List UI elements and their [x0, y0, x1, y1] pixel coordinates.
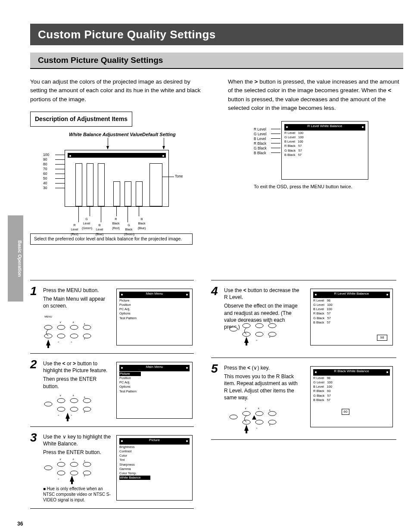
svg-point-14: [44, 402, 52, 406]
svg-text:∨: ∨: [59, 458, 61, 460]
svg-text:∧: ∧: [72, 394, 74, 397]
intro-right-caption: To exit the OSD, press the MENU button t…: [254, 183, 352, 190]
graph-frame: [65, 150, 169, 207]
svg-point-44: [255, 332, 263, 336]
svg-text:∧: ∧: [258, 319, 259, 322]
svg-text:<: <: [58, 478, 59, 480]
intro-right-screen: R Level White Balance R Level 100 G Leve…: [281, 121, 368, 180]
value-box: 60: [342, 409, 349, 415]
svg-point-19: [83, 398, 91, 403]
page-title-grey: Custom Picture Quality Settings: [30, 53, 403, 68]
step-3-sub: Press the ENTER button.: [43, 449, 112, 456]
step-2-screen: Main Menu Picture Position PC Adj. Optio…: [116, 362, 193, 419]
svg-point-55: [255, 411, 263, 416]
svg-point-41: [243, 324, 250, 328]
intro-left: You can adjust the colors of the project…: [30, 78, 206, 252]
svg-point-43: [255, 324, 263, 328]
step-2-sub: Then press the ENTER button.: [43, 376, 112, 389]
graph-caption: Select the preferred color level and bla…: [30, 233, 193, 245]
graph-y-ticks: 100 90 80 70 60 50 40 30: [43, 152, 49, 190]
lbl-r-black: R Black (Red): [111, 217, 121, 231]
remote-5: ∨∧ > ∧∨: [228, 405, 280, 432]
svg-point-53: [243, 411, 250, 416]
svg-text:∨: ∨: [269, 423, 271, 426]
step-4-screen: R Level White Balance R Level 98 G Level…: [310, 289, 393, 345]
svg-text:>: >: [71, 341, 72, 343]
svg-point-57: [268, 411, 276, 416]
remote-1: ∨ ∧ ∧ ∨ < > MENU: [43, 319, 95, 345]
step-5-num: 5: [211, 362, 218, 375]
lbl-b-black: B Black (Blue): [137, 217, 146, 231]
intro: You can adjust the colors of the project…: [30, 78, 403, 252]
svg-point-3: [57, 334, 65, 338]
adjustment-items-box: Description of Adjustment Items: [30, 112, 132, 127]
svg-point-0: [44, 325, 52, 330]
svg-point-27: [44, 466, 52, 470]
step-5-screen: R Black White Balance R Level 98 G Level…: [310, 366, 393, 427]
svg-point-40: [230, 327, 237, 331]
svg-point-31: [70, 471, 78, 475]
step-3: 3 Use the ∨ key to highlight the White B…: [30, 431, 194, 504]
remote-icon: ∨ ∧ ∧ ∨ < >: [43, 319, 95, 346]
remote-3: ∨∧ <> ∧∨: [43, 456, 95, 482]
step-3-screen: Picture Brightness Contrast Color Tint S…: [116, 435, 193, 501]
svg-point-56: [255, 420, 263, 424]
step-2: 2 Use the < or > button to highlight the…: [30, 358, 194, 422]
svg-text:∨: ∨: [59, 321, 61, 324]
svg-text:∨: ∨: [84, 474, 85, 477]
svg-point-32: [83, 462, 91, 467]
svg-text:<: <: [58, 414, 59, 417]
graph-tone-label: Tone: [175, 174, 183, 179]
svg-text:∨: ∨: [84, 337, 85, 340]
svg-text:>: >: [256, 427, 258, 429]
svg-text:∧: ∧: [72, 458, 74, 460]
step-3-text: Use the ∨ key to highlight the White Bal…: [43, 433, 112, 447]
svg-text:∧: ∧: [84, 323, 85, 325]
svg-point-6: [83, 325, 91, 330]
svg-point-30: [70, 462, 78, 467]
svg-text:∨: ∨: [245, 319, 246, 322]
step-4-num: 4: [211, 284, 218, 298]
svg-point-52: [230, 415, 237, 419]
step-1-text: Press the MENU button.: [43, 287, 108, 294]
step-4: 4 Use the < button to decrease the R Lev…: [211, 284, 396, 353]
svg-point-18: [70, 407, 78, 411]
svg-text:∧: ∧: [269, 409, 271, 411]
step-1-screen: Main Menu Picture Position PC Adj. Optio…: [116, 289, 193, 345]
svg-point-5: [70, 334, 78, 338]
side-tab: Basic Operation: [8, 215, 23, 302]
svg-text:∨: ∨: [269, 336, 271, 338]
remote-icon: ∨∧ > ∧∨: [228, 317, 280, 345]
intro-left-text: You can adjust the colors of the project…: [30, 78, 206, 104]
svg-text:∧: ∧: [258, 407, 259, 410]
svg-point-4: [70, 325, 78, 330]
remote-icon: ∨∧ <> ∧∨: [43, 456, 95, 483]
page: Basic Operation Custom Picture Quality S…: [0, 0, 411, 532]
svg-text:∧: ∧: [84, 396, 85, 398]
svg-point-16: [57, 407, 65, 411]
svg-text:∨: ∨: [84, 411, 85, 413]
svg-text:>: >: [256, 339, 258, 342]
page-title-dark: Custom Picture Quality Settings: [30, 24, 403, 45]
intro-right-ticks: R Level G Level B Level R Black G Black …: [254, 127, 267, 156]
svg-text:>: >: [71, 414, 72, 417]
step-5: 5 Press the < (∨) key. This moves you to…: [211, 362, 396, 435]
svg-point-15: [57, 398, 65, 403]
svg-point-17: [70, 398, 78, 403]
graph-title-2: Default Setting: [142, 131, 176, 138]
svg-point-29: [57, 471, 65, 475]
svg-point-28: [57, 462, 65, 467]
lbl-g-level: G Level (Green): [82, 217, 91, 231]
step-3-num: 3: [30, 431, 37, 444]
step-3-note: Hue is only effective when an NTSC compo…: [43, 486, 111, 502]
graph-title-1: White Balance Adjustment Value: [69, 131, 142, 138]
svg-text:∧: ∧: [269, 321, 271, 324]
svg-point-45: [268, 324, 276, 328]
step-1-sub: The Main Menu will appear on screen.: [43, 296, 108, 309]
remote-4: ∨∧ > ∧∨: [228, 317, 280, 344]
remote-2: ∨∧ <> ∧∨: [43, 392, 95, 419]
intro-right: When the > button is pressed, the value …: [228, 78, 403, 197]
svg-text:∧: ∧: [72, 321, 74, 324]
step-2-num: 2: [30, 358, 37, 371]
step-1-num: 1: [30, 284, 37, 298]
